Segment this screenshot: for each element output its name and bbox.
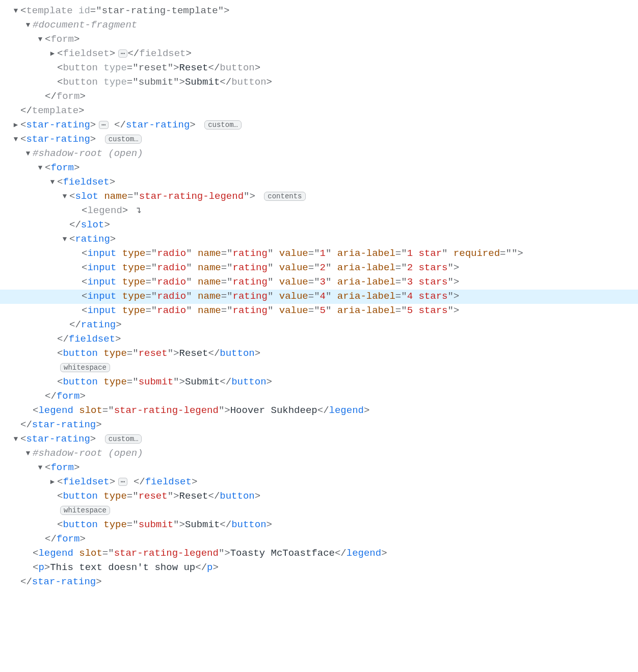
sr2-slot-close[interactable]: ▼</slot> xyxy=(0,218,638,232)
template-form-open[interactable]: ▼<form> xyxy=(0,33,638,47)
expand-toggle-open-icon[interactable]: ▼ xyxy=(61,232,68,246)
custom-element-badge[interactable]: custom… xyxy=(105,434,142,444)
expand-toggle-closed-icon[interactable]: ▶ xyxy=(12,118,19,132)
expand-toggle-closed-icon[interactable]: ▶ xyxy=(49,475,56,489)
reveal-arrow-icon[interactable]: ↴ xyxy=(130,205,142,216)
expand-toggle-closed-icon[interactable]: ▶ xyxy=(49,47,56,61)
template-button-submit[interactable]: ▼<button type="submit">Submit</button> xyxy=(0,75,638,90)
ellipsis-badge[interactable]: ⋯ xyxy=(118,49,127,58)
sr3-button-submit[interactable]: ▼<button type="submit">Submit</button> xyxy=(0,518,638,532)
expand-toggle-open-icon[interactable]: ▼ xyxy=(24,147,32,161)
sr3-whitespace[interactable]: ▼whitespace xyxy=(0,504,638,518)
sr2-input-2[interactable]: ▼<input type="radio" name="rating" value… xyxy=(0,261,638,275)
sr2-input-5[interactable]: ▼<input type="radio" name="rating" value… xyxy=(0,304,638,318)
document-fragment[interactable]: ▼#document-fragment xyxy=(0,18,638,33)
sr2-rating-open[interactable]: ▼<rating> xyxy=(0,232,638,247)
shadow-root-2[interactable]: ▼#shadow-root (open) xyxy=(0,147,638,161)
sr3-paragraph[interactable]: ▼<p>This text doesn't show up</p> xyxy=(0,561,638,575)
sr2-rating-close[interactable]: ▼</rating> xyxy=(0,318,638,332)
whitespace-badge[interactable]: whitespace xyxy=(60,506,110,515)
shadow-root-label: #shadow-root (open) xyxy=(33,148,143,159)
shadow-root-3[interactable]: ▼#shadow-root (open) xyxy=(0,447,638,461)
custom-element-badge[interactable]: custom… xyxy=(204,120,242,130)
expand-toggle-open-icon[interactable]: ▼ xyxy=(24,18,32,32)
expand-toggle-open-icon[interactable]: ▼ xyxy=(12,432,19,446)
shadow-root-label: #shadow-root (open) xyxy=(33,448,143,459)
sr2-form-open[interactable]: ▼<form> xyxy=(0,161,638,175)
sr3-form-close[interactable]: ▼</form> xyxy=(0,532,638,547)
star-rating-2-close[interactable]: ▼</star-rating> xyxy=(0,418,638,432)
sr2-input-4[interactable]: ▼<input type="radio" name="rating" value… xyxy=(0,290,638,304)
document-fragment-label: #document-fragment xyxy=(33,19,137,31)
template-button-reset[interactable]: ▼<button type="reset">Reset</button> xyxy=(0,61,638,75)
expand-toggle-open-icon[interactable]: ▼ xyxy=(12,4,19,18)
sr2-button-submit[interactable]: ▼<button type="submit">Submit</button> xyxy=(0,375,638,390)
sr2-legend-slotted[interactable]: ▼<legend slot="star-rating-legend">Hoove… xyxy=(0,404,638,418)
whitespace-badge[interactable]: whitespace xyxy=(60,363,110,372)
sr2-slot-legend[interactable]: ▼<legend> ↴ xyxy=(0,204,638,218)
expand-toggle-open-icon[interactable]: ▼ xyxy=(37,461,44,475)
custom-element-badge[interactable]: custom… xyxy=(105,135,142,144)
expand-toggle-open-icon[interactable]: ▼ xyxy=(61,190,68,203)
sr2-fieldset-open[interactable]: ▼<fieldset> xyxy=(0,175,638,190)
sr2-fieldset-close[interactable]: ▼</fieldset> xyxy=(0,332,638,347)
sr2-form-close[interactable]: ▼</form> xyxy=(0,390,638,404)
expand-toggle-open-icon[interactable]: ▼ xyxy=(12,133,19,146)
sr2-whitespace[interactable]: ▼whitespace xyxy=(0,361,638,375)
ellipsis-badge[interactable]: ⋯ xyxy=(99,121,108,129)
sr2-button-reset[interactable]: ▼<button type="reset">Reset</button> xyxy=(0,347,638,361)
template-close[interactable]: ▼</template> xyxy=(0,104,638,118)
sr2-slot-open[interactable]: ▼<slot name="star-rating-legend"> conten… xyxy=(0,190,638,204)
sr3-button-reset[interactable]: ▼<button type="reset">Reset</button> xyxy=(0,489,638,504)
slot-contents-badge[interactable]: contents xyxy=(264,192,305,201)
template-open[interactable]: ▼<template id="star-rating-template"> xyxy=(0,4,638,18)
star-rating-3-open[interactable]: ▼<star-rating> custom… xyxy=(0,432,638,447)
expand-toggle-open-icon[interactable]: ▼ xyxy=(37,33,44,46)
sr3-form-open[interactable]: ▼<form> xyxy=(0,461,638,475)
star-rating-3-close[interactable]: ▼</star-rating> xyxy=(0,575,638,589)
sr2-input-1[interactable]: ▼<input type="radio" name="rating" value… xyxy=(0,247,638,261)
expand-toggle-open-icon[interactable]: ▼ xyxy=(37,161,44,175)
star-rating-1[interactable]: ▶<star-rating>⋯ </star-rating> custom… xyxy=(0,118,638,133)
template-form-close[interactable]: ▼</form> xyxy=(0,90,638,104)
template-fieldset[interactable]: ▶<fieldset>⋯</fieldset> xyxy=(0,47,638,61)
sr3-fieldset[interactable]: ▶<fieldset>⋯ </fieldset> xyxy=(0,475,638,489)
sr2-input-3[interactable]: ▼<input type="radio" name="rating" value… xyxy=(0,275,638,290)
expand-toggle-open-icon[interactable]: ▼ xyxy=(49,175,56,189)
ellipsis-badge[interactable]: ⋯ xyxy=(118,478,127,486)
sr3-legend-slotted[interactable]: ▼<legend slot="star-rating-legend">Toast… xyxy=(0,547,638,561)
expand-toggle-open-icon[interactable]: ▼ xyxy=(24,447,32,460)
star-rating-2-open[interactable]: ▼<star-rating> custom… xyxy=(0,133,638,147)
